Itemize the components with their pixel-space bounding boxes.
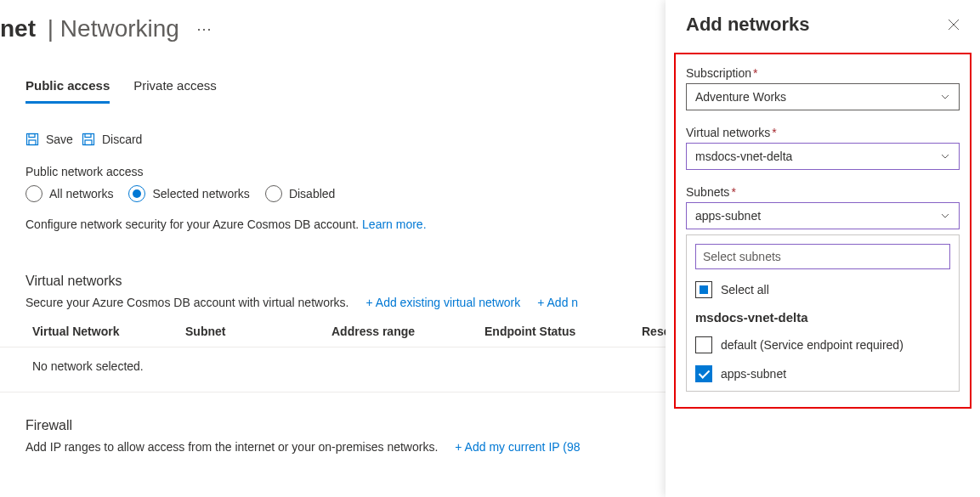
subnet-option-default[interactable]: default (Service endpoint required) [695, 336, 950, 353]
tab-private-access[interactable]: Private access [133, 78, 217, 104]
radio-all-networks[interactable]: All networks [25, 185, 113, 202]
subnets-dropdown[interactable]: apps-subnet [686, 202, 960, 229]
chevron-down-icon [940, 211, 950, 221]
chevron-down-icon [940, 92, 950, 102]
tab-public-access[interactable]: Public access [25, 78, 110, 104]
vnet-dropdown[interactable]: msdocs-vnet-delta [686, 143, 960, 170]
svg-rect-4 [85, 134, 91, 138]
subscription-label: Subscription* [686, 66, 960, 80]
checkbox-indeterminate-icon [695, 281, 712, 298]
select-all-label: Select all [721, 283, 769, 297]
svg-rect-2 [29, 140, 36, 145]
radio-icon [265, 185, 282, 202]
discard-button[interactable]: Discard [82, 133, 142, 146]
radio-icon [128, 185, 145, 202]
chevron-down-icon [940, 151, 950, 161]
add-new-vnet-link[interactable]: + Add n [537, 296, 578, 309]
vnet-description: Secure your Azure Cosmos DB account with… [25, 296, 349, 309]
radio-selected-label: Selected networks [152, 187, 249, 200]
subnets-label: Subnets* [686, 185, 960, 199]
subnet-default-label: default (Service endpoint required) [721, 338, 904, 352]
radio-disabled-label: Disabled [289, 187, 335, 200]
panel-title: Add networks [686, 14, 809, 36]
more-menu-icon[interactable]: ⋯ [196, 20, 212, 38]
subnets-value: apps-subnet [695, 209, 761, 223]
select-all-row[interactable]: Select all [695, 281, 950, 298]
vnet-value: msdocs-vnet-delta [695, 150, 792, 163]
radio-selected-networks[interactable]: Selected networks [128, 185, 249, 202]
subnet-search-input[interactable] [695, 244, 950, 269]
col-address-range: Address range [331, 325, 484, 338]
add-current-ip-link[interactable]: + Add my current IP (98 [455, 440, 580, 454]
discard-label: Discard [102, 133, 142, 146]
subnets-dropdown-list: Select all msdocs-vnet-delta default (Se… [686, 234, 960, 392]
svg-rect-1 [29, 134, 35, 138]
subscription-value: Adventure Works [695, 90, 786, 104]
svg-rect-5 [85, 140, 92, 145]
learn-more-link[interactable]: Learn more. [362, 217, 426, 231]
page-title-left: net [0, 15, 36, 42]
vnet-label: Virtual networks* [686, 126, 960, 139]
save-icon [25, 133, 39, 146]
page-title-right: | Networking [41, 15, 179, 42]
save-button[interactable]: Save [25, 133, 73, 146]
col-subnet: Subnet [185, 325, 331, 338]
close-icon[interactable] [948, 19, 960, 31]
save-label: Save [46, 133, 73, 146]
subscription-dropdown[interactable]: Adventure Works [686, 83, 960, 110]
add-networks-panel: Add networks Subscription* Adventure Wor… [666, 0, 980, 497]
discard-icon [82, 133, 95, 146]
radio-icon [25, 185, 42, 202]
radio-all-label: All networks [49, 187, 113, 200]
firewall-description: Add IP ranges to allow access from the i… [25, 440, 438, 454]
subnet-option-apps[interactable]: apps-subnet [695, 365, 950, 382]
add-existing-vnet-link[interactable]: + Add existing virtual network [366, 296, 521, 309]
radio-disabled[interactable]: Disabled [265, 185, 335, 202]
panel-form-highlight: Subscription* Adventure Works Virtual ne… [674, 53, 972, 409]
col-endpoint-status: Endpoint Status [484, 325, 642, 338]
checkbox-checked-icon [695, 365, 712, 382]
col-virtual-network: Virtual Network [32, 325, 185, 338]
vnet-group-label: msdocs-vnet-delta [695, 310, 950, 325]
checkbox-icon [695, 336, 712, 353]
subnet-apps-label: apps-subnet [721, 367, 786, 381]
